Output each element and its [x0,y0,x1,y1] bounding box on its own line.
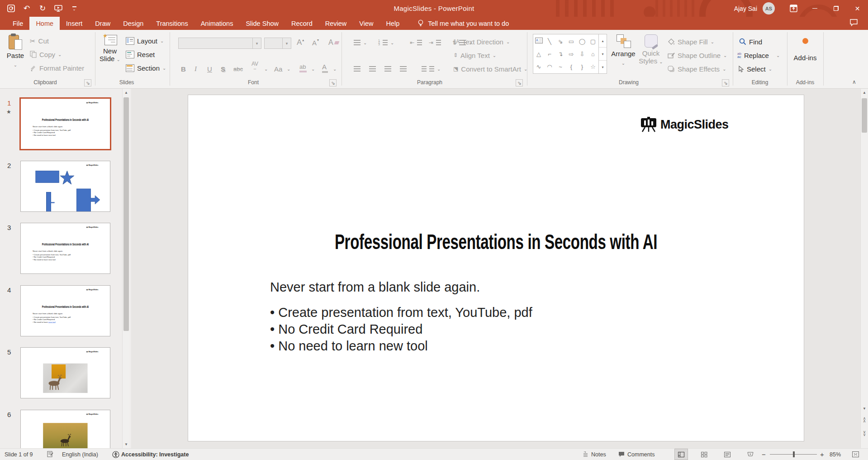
shape-line-icon[interactable]: ╲ [548,38,551,45]
slide-indicator[interactable]: Slide 1 of 9 [5,449,33,460]
shrink-font-button[interactable]: A▾ [312,37,319,48]
grow-font-button[interactable]: A▴ [297,37,304,48]
previous-slide-button[interactable]: ∧∧ [861,416,868,423]
align-text-button[interactable]: ⇕Align Text⌄ [453,50,496,61]
columns-button[interactable]: ⌄ [422,63,441,74]
normal-view-button[interactable] [674,449,688,460]
scroll-down-icon[interactable]: ▼ [861,405,868,412]
current-slide[interactable]: MagicSlides Professional Presentations i… [188,95,804,441]
tell-me-box[interactable]: Tell me what you want to do [417,17,509,30]
paragraph-dialog-launcher[interactable]: ⇘ [516,79,523,86]
decrease-indent-button[interactable]: ⇤ [410,37,422,48]
ribbon-display-options-icon[interactable] [783,0,804,17]
close-button[interactable]: ✕ [847,0,868,17]
character-spacing-dropdown[interactable]: ⌄ [264,63,268,74]
copy-button[interactable]: Copy ⌄ [30,49,62,60]
quick-styles-button[interactable]: QuickStyles ⌄ [638,34,664,66]
arrange-button[interactable]: Arrange ⌄ [611,34,636,67]
notes-button[interactable]: Notes [583,449,606,460]
shape-right-arrow-icon[interactable]: ⇨ [569,51,574,58]
font-name-dropdown-icon[interactable]: ▾ [252,38,261,48]
scroll-down-icon[interactable]: ▼ [123,441,130,448]
highlight-button[interactable]: ab [299,62,307,73]
zoom-in-button[interactable]: + [820,449,824,460]
increase-indent-button[interactable]: ⇥ [429,37,441,48]
font-name-combo[interactable]: ▾ [178,38,261,49]
comments-bubble-icon[interactable] [849,19,858,28]
align-left-button[interactable] [354,63,360,74]
shape-arrow-icon[interactable]: ⇘ [558,38,563,45]
font-dialog-launcher[interactable]: ⇘ [329,79,337,86]
zoom-slider-thumb[interactable] [793,451,795,457]
spell-check-icon[interactable] [47,449,54,460]
slide-1-thumbnail[interactable]: MagicSlides Professional Presentations i… [19,97,111,150]
bullets-button[interactable]: ⌄ [354,37,367,48]
tab-transitions[interactable]: Transitions [150,17,194,30]
shape-outline-button[interactable]: Shape Outline⌄ [668,50,727,61]
textbox-shape-icon[interactable]: A [535,38,543,45]
shape-curve-icon[interactable]: ~ [559,63,562,70]
character-spacing-button[interactable]: AV↔ [251,62,258,72]
slide-subtitle[interactable]: Never start from a blank slide again. [270,280,480,295]
main-scrollbar[interactable]: ▲ ▼ ∧∧ ∨∨ [860,89,868,448]
slide-5-thumbnail[interactable]: MagicSlides [20,347,110,398]
reading-view-button[interactable] [721,449,734,460]
accessibility-status[interactable]: Accessibility: Investigate [121,449,189,460]
align-center-button[interactable] [369,63,376,74]
add-ins-button[interactable]: Add-ins [791,38,820,62]
zoom-level[interactable]: 85% [830,449,841,460]
replace-button[interactable]: abac Replace ⌄ [737,50,780,61]
shape-down-arrow-icon[interactable]: ⇩ [580,51,585,58]
minimize-button[interactable] [804,0,825,17]
shape-rounded-rectangle-icon[interactable]: ▢ [590,38,596,45]
text-direction-button[interactable]: ∥AText Direction⌄ [453,36,510,47]
clipboard-dialog-launcher[interactable]: ⇘ [84,79,91,86]
paste-button[interactable]: Paste ⌄ [5,34,26,69]
slideshow-view-button[interactable] [744,449,757,460]
tab-insert[interactable]: Insert [60,17,89,30]
tab-design[interactable]: Design [117,17,150,30]
find-button[interactable]: Find [739,36,762,47]
numbering-button[interactable]: 123⌄ [378,37,394,48]
shape-elbow-icon[interactable]: ⌐ [548,51,551,58]
font-size-combo[interactable]: ▾ [264,38,291,49]
underline-button[interactable]: U [207,63,212,74]
collapse-ribbon-icon[interactable]: ∧ [852,79,856,85]
strikethrough-button[interactable]: abc [233,63,243,74]
slide-2-thumbnail[interactable]: MagicSlides [20,161,110,212]
scroll-up-icon[interactable]: ▲ [861,89,868,96]
tab-animations[interactable]: Animations [194,17,240,30]
bold-button[interactable]: B [181,63,186,74]
thumbnail-scrollbar[interactable]: ▲ ▼ [122,89,130,448]
tab-draw[interactable]: Draw [89,17,117,30]
change-case-button[interactable]: Aa [274,63,282,74]
next-slide-button[interactable]: ∨∨ [861,429,868,437]
slide-6-thumbnail[interactable]: MagicSlides [20,410,110,448]
reset-button[interactable]: Reset [126,49,155,60]
shape-arc-icon[interactable]: ◠ [547,63,552,70]
font-color-button[interactable]: A [322,62,328,73]
slide-sorter-view-button[interactable] [697,449,711,460]
thumbnail-scrollbar-thumb[interactable] [123,97,129,331]
highlight-dropdown[interactable]: ⌄ [311,63,315,74]
shape-right-brace-icon[interactable]: } [581,63,583,70]
shape-freeform-icon[interactable]: ⌂ [591,51,595,58]
new-slide-button[interactable]: ★ NewSlide ⌄ [98,34,122,63]
select-button[interactable]: Select ⌄ [738,63,772,74]
restore-button[interactable] [825,0,847,17]
comments-button[interactable]: Comments [618,449,655,460]
tab-file[interactable]: File [6,17,29,30]
italic-button[interactable]: I [194,63,197,74]
shape-scribble-icon[interactable]: ∿ [536,63,541,70]
shape-star-icon[interactable]: ☆ [590,63,596,70]
language-indicator[interactable]: English (India) [62,449,98,460]
slide-bullets[interactable]: • Create presentation from text, YouTube… [270,304,532,355]
tab-view[interactable]: View [353,17,379,30]
justify-button[interactable] [400,63,407,74]
section-button[interactable]: Section ⌄ [126,62,166,73]
font-color-dropdown[interactable]: ⌄ [333,63,337,74]
slide-3-thumbnail[interactable]: MagicSlides Professional Presentations i… [20,223,110,274]
change-case-dropdown[interactable]: ⌄ [287,63,290,74]
layout-button[interactable]: Layout ⌄ [126,35,164,46]
text-shadow-button[interactable]: S [221,63,225,74]
